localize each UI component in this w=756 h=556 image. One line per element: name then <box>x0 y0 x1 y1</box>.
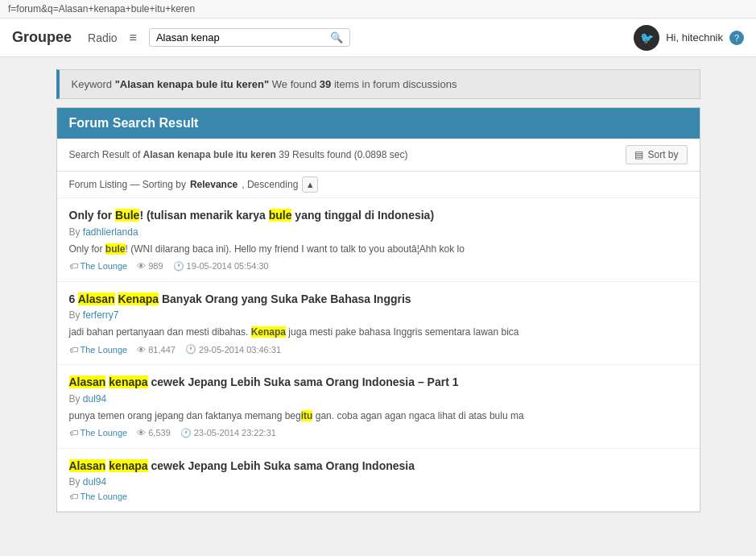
result-views: 👁 6,539 <box>137 428 171 438</box>
tag-link[interactable]: The Lounge <box>81 428 128 438</box>
panel-subheader: Search Result of Alasan kenapa bule itu … <box>57 139 700 172</box>
keyword-count: 39 <box>320 78 331 90</box>
views-count: 81,447 <box>148 345 176 355</box>
eye-icon: 👁 <box>137 261 146 271</box>
keyword-text: "Alasan kenapa bule itu keren" <box>115 78 270 90</box>
result-views: 👁 81,447 <box>137 345 176 355</box>
result-author: By dul94 <box>69 393 688 405</box>
sorting-suffix: , Descending <box>242 179 298 190</box>
result-date: 🕐 19-05-2014 05:54:30 <box>173 261 269 272</box>
result-title-link[interactable]: Alasan kenapa cewek Jepang Lebih Suka sa… <box>69 459 415 472</box>
address-bar: f=forum&q=Alasan+kenapa+bule+itu+keren <box>0 0 756 19</box>
sorting-prefix: Forum Listing — Sorting by <box>69 179 186 190</box>
result-date: 🕐 23-05-2014 23:22:31 <box>180 428 276 438</box>
tag-icon: 🏷 <box>69 345 78 355</box>
subheader-results: 39 Results found (0.0898 sec) <box>279 149 407 160</box>
tag-icon: 🏷 <box>69 261 78 271</box>
sort-by-button[interactable]: ▤ Sort by <box>626 145 687 164</box>
forum-search-panel: Forum Search Result Search Result of Ala… <box>56 107 700 512</box>
date-text: 23-05-2014 23:22:31 <box>194 428 276 438</box>
result-item: Alasan kenapa cewek Jepang Lebih Suka sa… <box>57 449 700 512</box>
result-item: 6 Alasan Kenapa Banyak Orang yang Suka P… <box>57 282 700 366</box>
result-views: 👁 989 <box>137 261 163 271</box>
author-link[interactable]: fadhlierlanda <box>83 226 138 238</box>
date-text: 29-05-2014 03:46:31 <box>199 345 281 355</box>
result-excerpt: punya temen orang jepang dan faktanya me… <box>69 409 688 423</box>
tag-link[interactable]: The Lounge <box>81 261 128 271</box>
result-date: 🕐 29-05-2014 03:46:31 <box>185 344 281 355</box>
result-info: Search Result of Alasan kenapa bule itu … <box>69 149 626 160</box>
keyword-middle: We found <box>269 78 320 90</box>
radio-link[interactable]: Radio <box>88 31 118 44</box>
sort-arrow-button[interactable]: ▲ <box>302 176 318 193</box>
result-tag: 🏷 The Lounge <box>69 428 128 438</box>
sorting-info: Forum Listing — Sorting by Relevance, De… <box>57 172 700 198</box>
result-title-link[interactable]: Only for Bule! (tulisan menarik karya bu… <box>69 209 435 222</box>
result-title: 6 Alasan Kenapa Banyak Orang yang Suka P… <box>69 292 688 308</box>
author-link[interactable]: dul94 <box>83 476 106 488</box>
result-tag: 🏷 The Lounge <box>69 261 128 271</box>
navbar: Groupee Radio ≡ 🔍 🐦 Hi, hitechnik ? <box>0 19 756 57</box>
navbar-right: 🐦 Hi, hitechnik ? <box>634 25 744 51</box>
result-meta: 🏷 The Lounge👁 6,539🕐 23-05-2014 23:22:31 <box>69 428 688 438</box>
result-title-link[interactable]: Alasan kenapa cewek Jepang Lebih Suka sa… <box>69 376 459 388</box>
result-tag: 🏷 The Lounge <box>69 345 128 355</box>
search-bar: 🔍 <box>149 28 350 47</box>
result-title: Alasan kenapa cewek Jepang Lebih Suka sa… <box>69 375 688 391</box>
result-author: By ferferry7 <box>69 309 688 321</box>
result-title: Alasan kenapa cewek Jepang Lebih Suka sa… <box>69 458 688 475</box>
keyword-suffix: items in forum discussions <box>331 78 456 90</box>
sort-icon: ▤ <box>634 149 643 160</box>
hi-text: Hi, hitechnik <box>666 31 723 44</box>
result-title-link[interactable]: 6 Alasan Kenapa Banyak Orang yang Suka P… <box>69 293 411 305</box>
result-meta: 🏷 The Lounge <box>69 492 688 501</box>
result-meta: 🏷 The Lounge👁 989🕐 19-05-2014 05:54:30 <box>69 261 688 272</box>
result-meta: 🏷 The Lounge👁 81,447🕐 29-05-2014 03:46:3… <box>69 344 688 355</box>
brand-logo[interactable]: Groupee <box>12 29 72 46</box>
menu-icon[interactable]: ≡ <box>130 31 137 45</box>
sort-by-label: Sort by <box>647 149 678 160</box>
tag-link[interactable]: The Lounge <box>81 492 128 501</box>
author-link[interactable]: ferferry7 <box>83 309 119 321</box>
search-input[interactable] <box>156 31 326 44</box>
keyword-prefix: Keyword <box>72 78 115 90</box>
sorting-relevance: Relevance <box>190 179 238 190</box>
tag-icon: 🏷 <box>69 492 78 501</box>
search-icon[interactable]: 🔍 <box>330 31 343 44</box>
result-excerpt: Only for bule! (WNI dilarang baca ini). … <box>69 242 688 256</box>
result-author: By fadhlierlanda <box>69 226 688 238</box>
date-text: 19-05-2014 05:54:30 <box>187 261 269 271</box>
result-item: Alasan kenapa cewek Jepang Lebih Suka sa… <box>57 365 700 449</box>
avatar: 🐦 <box>634 25 659 51</box>
main-content: Keyword "Alasan kenapa bule itu keren" W… <box>48 69 708 512</box>
result-tag: 🏷 The Lounge <box>69 492 128 501</box>
tag-link[interactable]: The Lounge <box>81 345 128 355</box>
subheader-prefix: Search Result of <box>69 149 143 160</box>
result-author: By dul94 <box>69 476 688 488</box>
clock-icon: 🕐 <box>173 261 184 272</box>
clock-icon: 🕐 <box>180 428 192 438</box>
subheader-keyword: Alasan kenapa bule itu keren <box>143 149 276 160</box>
author-link[interactable]: dul94 <box>83 393 106 405</box>
panel-heading: Forum Search Result <box>57 108 700 139</box>
results-container: Only for Bule! (tulisan menarik karya bu… <box>57 198 700 512</box>
url-text: f=forum&q=Alasan+kenapa+bule+itu+keren <box>8 3 195 15</box>
keyword-banner: Keyword "Alasan kenapa bule itu keren" W… <box>56 69 700 99</box>
help-icon[interactable]: ? <box>729 31 744 45</box>
result-excerpt: jadi bahan pertanyaan dan mesti dibahas.… <box>69 325 688 339</box>
views-count: 6,539 <box>148 428 171 438</box>
result-item: Only for Bule! (tulisan menarik karya bu… <box>57 198 700 282</box>
clock-icon: 🕐 <box>185 344 196 355</box>
tag-icon: 🏷 <box>69 428 78 438</box>
eye-icon: 👁 <box>137 428 146 438</box>
result-title: Only for Bule! (tulisan menarik karya bu… <box>69 208 688 224</box>
views-count: 989 <box>148 261 163 271</box>
eye-icon: 👁 <box>137 345 146 355</box>
